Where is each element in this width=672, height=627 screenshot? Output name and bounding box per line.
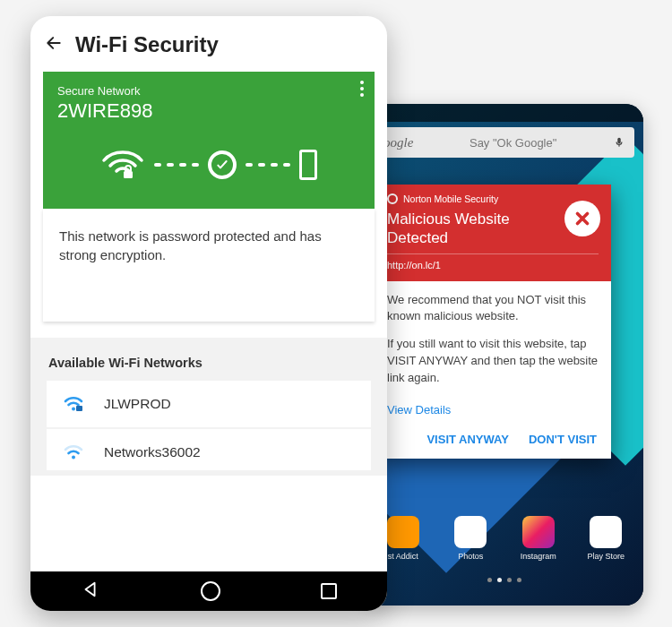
android-nav-bar [30,571,387,611]
dont-visit-button[interactable]: DON'T VISIT [529,433,597,446]
view-details-link[interactable]: View Details [375,403,611,425]
network-description-card: This network is password protected and h… [43,209,375,322]
network-name: JLWPROD [104,396,171,412]
available-networks-section: Available Wi-Fi Networks JLWPROD Network… [30,338,387,476]
secure-network-card: Secure Network 2WIRE898 [43,72,375,209]
network-name: Networks36002 [104,444,201,460]
nav-recents-icon[interactable] [321,583,337,599]
connection-graphic [57,146,360,184]
available-networks-header: Available Wi-Fi Networks [47,347,371,381]
svg-point-2 [72,408,75,411]
svg-point-4 [72,456,75,460]
more-icon[interactable] [360,81,364,97]
network-item[interactable]: JLWPROD [47,381,371,429]
network-caption: Secure Network [57,84,360,98]
svg-rect-0 [618,144,619,146]
dialog-title: Malicious Website Detected [387,210,530,248]
pager-dots [366,578,643,582]
close-icon[interactable] [564,201,600,236]
mic-icon[interactable] [613,136,625,149]
svg-rect-3 [76,406,82,411]
device-icon [299,150,317,180]
dialog-body-2: If you still want to visit this website,… [387,336,599,387]
google-logo: oogle [383,135,413,150]
network-item[interactable]: Networks36002 [47,429,371,472]
check-icon [208,150,237,179]
malicious-site-dialog: Norton Mobile Security Malicious Website… [375,185,611,459]
wifi-icon [63,442,84,463]
nav-back-icon[interactable] [81,580,100,603]
dialog-brand: Norton Mobile Security [403,193,498,204]
phone-back: oogle Say "Ok Google" Norton Mobile Secu… [366,104,643,606]
nav-home-icon[interactable] [201,581,220,601]
network-description: This network is password protected and h… [59,228,322,262]
back-icon[interactable] [45,34,63,56]
svg-rect-1 [124,171,133,178]
google-search-bar[interactable]: oogle Say "Ok Google" [375,127,634,158]
wifi-icon [63,393,84,415]
phone-front: Wi-Fi Security Secure Network 2WIRE898 [30,16,387,611]
app-instagram[interactable]: Instagram [513,516,564,561]
app-playstore[interactable]: Play Store [581,516,631,561]
dialog-url: http://on.lc/1 [387,253,599,271]
dialog-body-1: We recommend that you NOT visit this kno… [387,292,599,326]
status-bar [366,104,643,122]
network-ssid: 2WIRE898 [57,99,360,123]
app-photos[interactable]: Photos [445,516,495,561]
wifi-lock-icon [100,146,145,184]
home-apps-row: st Addict Photos Instagram Play Store [366,516,643,561]
dialog-header: Norton Mobile Security Malicious Website… [375,185,611,281]
page-title: Wi-Fi Security [75,32,219,57]
visit-anyway-button[interactable]: VISIT ANYWAY [426,433,509,446]
search-hint: Say "Ok Google" [413,136,613,150]
app-bar: Wi-Fi Security [30,16,387,66]
norton-logo-icon [387,193,398,204]
